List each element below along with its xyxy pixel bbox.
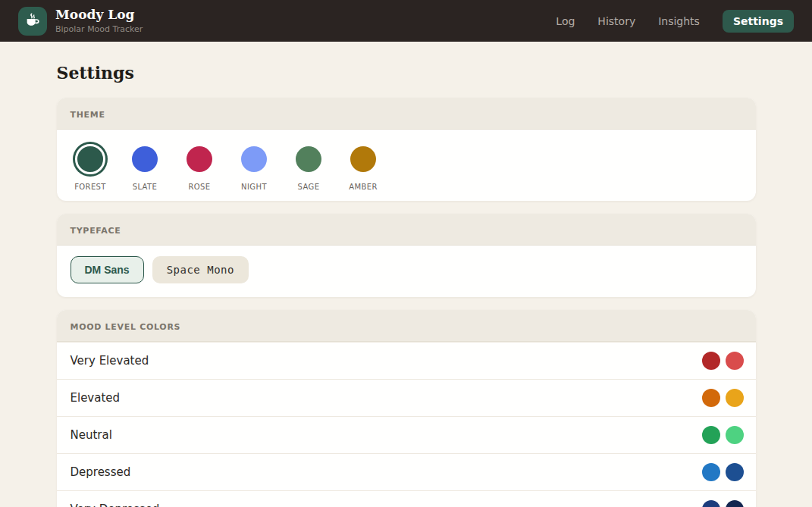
theme-options: FOREST SLATE ROSE NIGHT SAGE AMBER (57, 130, 756, 201)
nav-settings[interactable]: Settings (723, 10, 794, 33)
app-subtitle: Bipolar Mood Tracker (55, 24, 143, 34)
app-logo (18, 7, 47, 36)
theme-option-label: ROSE (188, 183, 210, 191)
mood-color-swatch[interactable] (702, 500, 720, 507)
mood-row-label: Very Depressed (71, 502, 160, 507)
mood-colors-section-label: MOOD LEVEL COLORS (71, 322, 181, 332)
mood-color-swatch[interactable] (726, 426, 744, 444)
main-nav: Log History Insights Settings (556, 10, 794, 33)
mood-color-swatch[interactable] (726, 463, 744, 481)
brand-text: Moody Log Bipolar Mood Tracker (55, 8, 143, 34)
page-title: Settings (57, 63, 756, 83)
theme-swatch-rose[interactable] (187, 146, 212, 172)
mood-colors-card: MOOD LEVEL COLORS Very Elevated Elevated… (57, 310, 756, 507)
mood-color-swatch[interactable] (726, 389, 744, 407)
typeface-card-header: TYPEFACE (57, 214, 756, 246)
mood-row-label: Elevated (71, 391, 121, 405)
mood-color-swatch[interactable] (702, 463, 720, 481)
mood-row-neutral: Neutral (57, 416, 756, 453)
theme-option-night[interactable]: NIGHT (234, 141, 274, 191)
theme-card: THEME FOREST SLATE ROSE NIGHT SAGE (57, 98, 756, 201)
theme-option-sage[interactable]: SAGE (289, 141, 329, 191)
mood-row-elevated: Elevated (57, 379, 756, 416)
mood-row-label: Neutral (71, 428, 112, 442)
theme-option-label: NIGHT (241, 183, 267, 191)
theme-option-label: AMBER (349, 183, 378, 191)
theme-swatch-night[interactable] (241, 146, 267, 172)
mood-row-label: Very Elevated (71, 354, 149, 368)
mood-color-swatch[interactable] (702, 389, 720, 407)
mood-colors-card-header: MOOD LEVEL COLORS (57, 310, 756, 342)
theme-swatch-amber[interactable] (350, 146, 376, 172)
theme-swatch-slate[interactable] (132, 146, 158, 172)
theme-option-rose[interactable]: ROSE (180, 141, 220, 191)
mood-color-swatch[interactable] (726, 352, 744, 370)
typeface-space-mono-button[interactable]: Space Mono (152, 256, 249, 283)
theme-swatch-sage[interactable] (296, 146, 321, 172)
top-bar: Moody Log Bipolar Mood Tracker Log Histo… (0, 0, 812, 42)
nav-log[interactable]: Log (556, 15, 575, 27)
theme-swatch-forest[interactable] (77, 146, 103, 172)
mood-color-swatch[interactable] (702, 352, 720, 370)
theme-option-label: SAGE (298, 183, 320, 191)
mood-row-label: Depressed (71, 465, 131, 479)
mood-color-swatch[interactable] (702, 426, 720, 444)
mood-color-swatch[interactable] (726, 500, 744, 507)
theme-option-slate[interactable]: SLATE (125, 141, 165, 191)
mood-row-very-elevated: Very Elevated (57, 342, 756, 379)
typeface-card: TYPEFACE DM Sans Space Mono (57, 214, 756, 297)
app-title: Moody Log (55, 8, 143, 23)
theme-option-amber[interactable]: AMBER (343, 141, 384, 191)
coffee-cup-icon (24, 11, 41, 31)
mood-row-very-depressed: Very Depressed (57, 490, 756, 507)
theme-card-header: THEME (57, 98, 756, 130)
theme-option-label: SLATE (133, 183, 158, 191)
nav-history[interactable]: History (597, 15, 635, 27)
nav-insights[interactable]: Insights (658, 15, 700, 27)
main-content: Settings THEME FOREST SLATE ROSE NIGHT (57, 42, 756, 507)
typeface-section-label: TYPEFACE (71, 226, 121, 236)
theme-option-label: FOREST (74, 183, 106, 191)
typeface-dm-sans-button[interactable]: DM Sans (71, 256, 144, 283)
mood-row-depressed: Depressed (57, 453, 756, 490)
theme-section-label: THEME (71, 110, 105, 120)
brand: Moody Log Bipolar Mood Tracker (18, 7, 143, 36)
typeface-options: DM Sans Space Mono (57, 246, 756, 297)
theme-option-forest[interactable]: FOREST (71, 141, 111, 191)
